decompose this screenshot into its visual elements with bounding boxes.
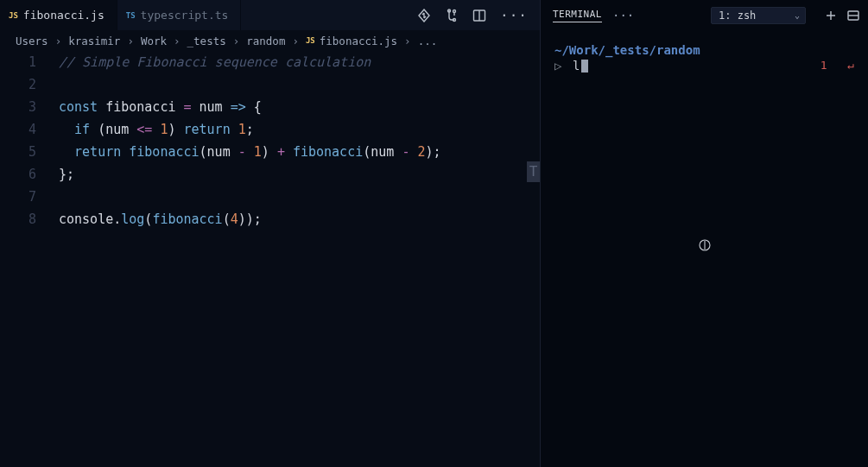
- editor-actions: ···: [417, 0, 540, 30]
- line-number: 6: [0, 163, 36, 186]
- line-number: 4: [0, 118, 36, 141]
- terminal-header: TERMINAL ··· 1: zsh ⌄: [541, 0, 868, 30]
- terminal-selector-value: 1: zsh: [719, 9, 756, 22]
- chevron-right-icon: ›: [124, 35, 137, 47]
- compare-changes-icon[interactable]: [445, 9, 459, 22]
- ts-file-icon: TS: [126, 11, 136, 20]
- crumb-random[interactable]: random: [246, 35, 285, 47]
- chevron-right-icon: ›: [288, 35, 302, 47]
- line-number: 7: [0, 186, 36, 208]
- terminal-last-status: 1 ↵: [820, 58, 854, 73]
- more-actions-icon[interactable]: ···: [500, 7, 528, 23]
- chevron-right-icon: ›: [401, 35, 415, 47]
- split-editor-icon[interactable]: [472, 9, 486, 22]
- source-control-icon[interactable]: [417, 9, 431, 22]
- crumb-file[interactable]: JS fibonacci.js: [306, 35, 397, 47]
- code-line[interactable]: if (num <= 1) return 1;: [59, 118, 540, 141]
- line-number: 3: [0, 96, 36, 118]
- terminal-cwd: ~/Work/_tests/random: [554, 42, 854, 58]
- code-line[interactable]: [59, 186, 540, 208]
- tab-typescript[interactable]: TS typescript.ts: [117, 0, 242, 30]
- code-content[interactable]: // Simple Fibonacci sequence calculation…: [59, 51, 540, 467]
- crumb-users[interactable]: Users: [16, 35, 48, 47]
- editor-pane: JS fibonacci.js TS typescript.ts: [0, 0, 540, 467]
- js-file-icon: JS: [306, 36, 315, 45]
- split-terminal-icon[interactable]: [847, 9, 859, 22]
- line-number-gutter: 12345678: [0, 51, 59, 467]
- terminal-command: l: [573, 58, 580, 73]
- minimap-slider[interactable]: T: [527, 161, 540, 182]
- code-editor[interactable]: 12345678 // Simple Fibonacci sequence ca…: [0, 51, 540, 467]
- crumb-symbol[interactable]: ...: [418, 35, 438, 47]
- chevron-right-icon: ›: [52, 35, 66, 47]
- breadcrumb: Users › krasimir › Work › _tests › rando…: [0, 30, 540, 51]
- exit-code: 1: [820, 59, 827, 72]
- js-file-icon: JS: [9, 11, 18, 20]
- terminal-selector[interactable]: 1: zsh ⌄: [711, 7, 806, 24]
- line-number: 2: [0, 73, 36, 96]
- chevron-right-icon: ›: [170, 35, 184, 47]
- code-line[interactable]: };: [59, 163, 540, 186]
- code-line[interactable]: [59, 73, 540, 96]
- crumb-file-label: fibonacci.js: [320, 35, 397, 47]
- code-line[interactable]: // Simple Fibonacci sequence calculation: [59, 51, 540, 73]
- code-line[interactable]: const fibonacci = num => {: [59, 96, 540, 118]
- return-arrow-icon: ↵: [847, 59, 854, 72]
- crumb-tests[interactable]: _tests: [187, 35, 226, 47]
- more-panels-icon[interactable]: ···: [612, 9, 634, 22]
- line-number: 5: [0, 141, 36, 163]
- crumb-work[interactable]: Work: [141, 35, 167, 47]
- line-number: 1: [0, 51, 36, 73]
- prompt-glyph-icon: ▷: [554, 58, 561, 73]
- code-line[interactable]: return fibonacci(num - 1) + fibonacci(nu…: [59, 141, 540, 163]
- tabs-row: JS fibonacci.js TS typescript.ts: [0, 0, 540, 30]
- terminal-cursor: [581, 60, 588, 73]
- tab-label: fibonacci.js: [23, 9, 105, 22]
- terminal-tab[interactable]: TERMINAL: [553, 9, 602, 22]
- terminal-prompt-line: ▷ l: [554, 58, 854, 73]
- new-terminal-icon[interactable]: [825, 9, 837, 22]
- chevron-right-icon: ›: [230, 35, 244, 47]
- svg-point-2: [453, 9, 456, 12]
- tab-label: typescript.ts: [141, 9, 229, 22]
- chevron-down-icon: ⌄: [795, 10, 800, 20]
- terminal-body[interactable]: ~/Work/_tests/random ▷ l 1 ↵: [541, 30, 868, 467]
- line-number: 8: [0, 208, 36, 230]
- code-line[interactable]: console.log(fibonacci(4));: [59, 208, 540, 230]
- text-cursor-icon: [698, 238, 712, 256]
- minimap[interactable]: T: [526, 51, 540, 467]
- tab-fibonacci[interactable]: JS fibonacci.js: [0, 0, 117, 30]
- terminal-pane: TERMINAL ··· 1: zsh ⌄ ~/Work/_tests/rand…: [540, 0, 868, 467]
- crumb-krasimir[interactable]: krasimir: [68, 35, 120, 47]
